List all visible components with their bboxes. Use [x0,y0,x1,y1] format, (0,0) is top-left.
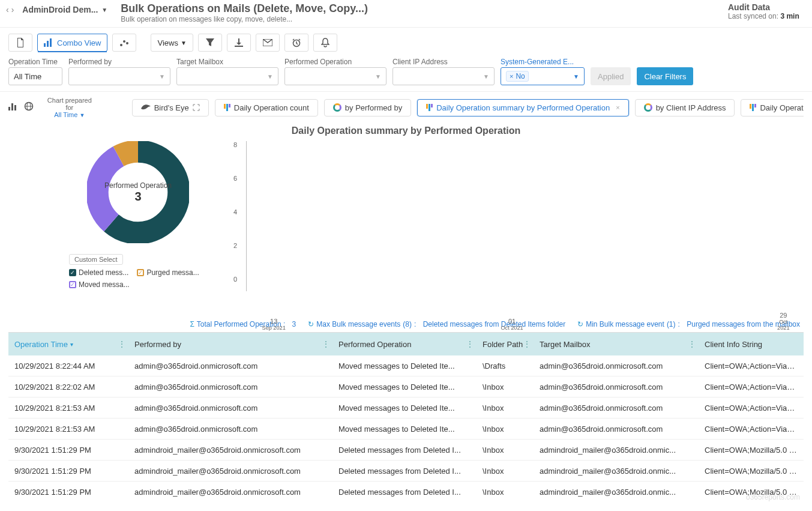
th-performed-operation[interactable]: Performed Operation [332,333,477,355]
x-axis-label: 13Sep 2021 [262,318,286,331]
table-cell: Client=OWA;Action=ViaProxy [699,425,804,434]
refresh-icon: ↻ [308,320,314,328]
filter-operation-time-label: Operation Time [8,58,62,66]
clear-filters-button[interactable]: Clear Filters [637,67,693,85]
checkbox-icon: ✓ [69,269,76,276]
donut-center-label: Performed Operation [104,181,172,190]
th-performed-by[interactable]: Performed by [128,333,332,355]
filter-button[interactable] [198,34,222,52]
table-cell: Client=OWA;Action=ViaProxy [699,404,804,413]
table-cell: \Drafts [477,361,534,370]
chart-prepared-for[interactable]: Chart prepared for All Time ▼ [43,97,96,118]
tab-daily-operation-count[interactable]: Daily Operation count [215,99,318,116]
chart-mode-bar-icon[interactable] [8,102,18,113]
table-cell: Client=OWA;Mozilla/5.0 (Win... [699,467,804,476]
filter-performed-operation-label: Performed Operation [284,58,386,66]
close-tab-icon[interactable]: × [616,104,619,111]
legend-item-purged[interactable]: ✓Purged messa... [137,268,199,277]
table-row[interactable]: 10/29/2021 8:22:44 AMadmin@o365droid.onm… [8,355,804,376]
table-cell: 9/30/2021 1:51:29 PM [8,488,128,497]
bar-chart: 86420 [246,141,800,291]
filter-performed-operation[interactable]: ▼ [284,67,386,85]
legend-item-deleted[interactable]: ✓Deleted mess... [69,268,128,277]
table-cell: 10/29/2021 8:21:53 AM [8,404,128,413]
table-cell: admindroid_mailer@o365droid.onmic... [534,467,699,476]
mail-button[interactable] [256,34,280,52]
svg-point-4 [123,40,125,43]
chart-mode-globe-icon[interactable] [24,101,34,113]
table-row[interactable]: 9/30/2021 1:51:29 PMadmindroid_mailer@o3… [8,461,804,482]
table-cell: admin@o365droid.onmicrosoft.com [128,425,332,434]
svg-point-5 [126,42,128,44]
download-button[interactable] [227,34,251,52]
table-cell: admin@o365droid.onmicrosoft.com [534,404,699,413]
table-row[interactable]: 10/29/2021 8:21:53 AMadmin@o365droid.onm… [8,398,804,419]
x-axis-label: 29Oct 2021 [775,312,792,331]
bar-chart-icon [426,104,433,111]
tab-daily-operation-extra[interactable]: Daily Operati... [741,99,804,116]
filter-sysgen-label: System-Generated E... [501,58,585,66]
th-target-mailbox[interactable]: Target Mailbox [534,333,699,355]
th-folder-path[interactable]: Folder Path [477,333,534,355]
filter-client-ip-label: Client IP Address [392,58,495,66]
table-cell: admin@o365droid.onmicrosoft.com [534,361,699,370]
nav-back-icon[interactable]: ‹ [6,5,9,14]
combo-view-tab[interactable]: Combo View [37,34,107,52]
tab-by-client-ip[interactable]: by Client IP Address [635,99,735,116]
filter-client-ip[interactable]: ▼ [392,67,495,85]
table-cell: \Inbox [477,425,534,434]
table-cell: admindroid_mailer@o365droid.onmic... [534,446,699,455]
breadcrumb-label: AdminDroid Dem... [22,5,98,14]
file-icon [16,38,25,47]
filter-operation-time-value: All Time [14,72,41,81]
schedule-button[interactable] [284,34,308,52]
filter-sysgen[interactable]: ×No ▼ [501,67,585,85]
chip-remove-icon[interactable]: × [510,73,513,80]
svg-rect-2 [50,38,52,47]
tab-birds-eye[interactable]: Bird's Eye [132,99,209,116]
table-row[interactable]: 10/29/2021 8:22:02 AMadmin@o365droid.onm… [8,376,804,398]
page-export-button[interactable] [8,34,32,52]
table-cell: Moved messages to Deleted Ite... [332,425,477,434]
combo-icon [44,38,53,47]
stat-min: ↻ Min Bulk message event (1) : Purged me… [577,320,800,328]
tab-by-performed-by[interactable]: by Performed by [324,99,411,116]
svg-rect-0 [44,43,46,47]
svg-point-3 [120,44,122,46]
legend-custom-select[interactable]: Custom Select [69,254,123,265]
alert-button[interactable] [313,34,337,52]
donut-center-value: 3 [134,190,141,204]
stat-max: ↻ Max Bulk message events (8) : Deleted … [308,320,565,328]
legend-item-moved[interactable]: ✓Moved messa... [69,280,130,289]
audit-title: Audit Data [728,2,802,12]
table-cell: Client=OWA;Mozilla/5.0 (Win... [699,488,804,497]
table-row[interactable]: 9/30/2021 1:51:29 PMadmindroid_mailer@o3… [8,482,804,501]
table-row[interactable]: 9/30/2021 1:51:29 PMadmindroid_mailer@o3… [8,440,804,461]
table-row[interactable]: 10/29/2021 8:21:53 AMadmin@o365droid.onm… [8,419,804,440]
breadcrumb-dropdown[interactable]: AdminDroid Dem... ▼ [19,2,111,17]
data-table: Operation Time▾ Performed by Performed O… [8,332,804,501]
refresh-icon: ↻ [577,320,583,328]
expand-icon [193,104,200,111]
checkbox-icon: ✓ [137,269,144,276]
applied-button: Applied [591,67,631,85]
svg-rect-1 [47,41,49,47]
donut-icon [333,103,341,112]
filter-target-mailbox[interactable]: ▼ [176,67,278,85]
table-cell: admin@o365droid.onmicrosoft.com [128,404,332,413]
download-icon [235,38,243,47]
th-client-info[interactable]: Client Info String [699,333,804,355]
sort-desc-icon: ▾ [70,341,73,348]
filter-sysgen-chip[interactable]: ×No [506,71,529,82]
table-cell: Deleted messages from Deleted I... [332,488,477,497]
filter-performed-by[interactable]: ▼ [68,67,170,85]
filter-operation-time[interactable]: All Time [8,67,62,85]
tab-daily-operation-summary[interactable]: Daily Operation summary by Performed Ope… [417,99,628,116]
views-dropdown[interactable]: Views ▼ [151,34,193,52]
table-cell: \Inbox [477,488,534,497]
data-view-tab[interactable] [112,34,136,52]
nav-forward-icon[interactable]: › [11,5,14,14]
th-operation-time[interactable]: Operation Time▾ [8,333,128,355]
table-cell: \Inbox [477,404,534,413]
chevron-down-icon: ▼ [181,40,187,46]
